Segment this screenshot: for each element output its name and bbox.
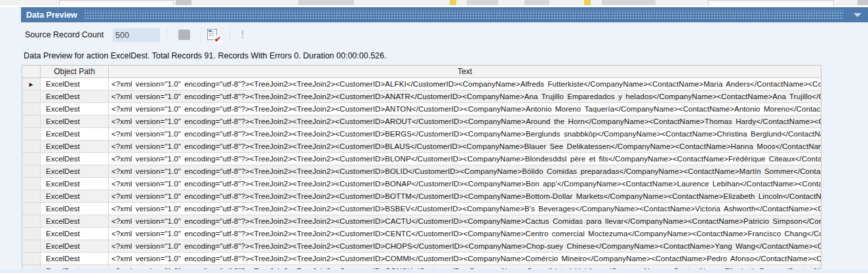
table-row[interactable]: ExcelDest<?xml version="1.0" encoding="u… <box>22 103 821 116</box>
object-path-cell[interactable]: ExcelDest <box>41 178 109 190</box>
clipped-toolbar-fragment <box>858 0 868 5</box>
object-path-cell[interactable]: ExcelDest <box>41 190 109 203</box>
clipped-toolbar-fragment <box>59 0 174 5</box>
text-cell[interactable]: <?xml version="1.0" encoding="utf-8"?><T… <box>109 91 821 103</box>
object-path-cell[interactable]: ExcelDest <box>41 116 109 128</box>
object-path-cell[interactable]: ExcelDest <box>41 103 109 116</box>
text-cell[interactable]: <?xml version="1.0" encoding="utf-8"?><T… <box>109 203 821 215</box>
object-path-cell[interactable]: ExcelDest <box>41 140 109 153</box>
row-selector-cell[interactable] <box>22 91 41 103</box>
row-selector-cell[interactable] <box>22 203 41 215</box>
preview-report-icon[interactable]: ✔ <box>207 28 221 42</box>
report-line-shape <box>208 33 214 34</box>
object-path-cell[interactable]: ExcelDest <box>41 215 109 228</box>
table-header-row: Object Path Text <box>22 66 821 78</box>
table-row[interactable]: ExcelDest<?xml version="1.0" encoding="u… <box>22 165 821 178</box>
source-record-count-label: Source Record Count <box>25 30 104 39</box>
preview-toolbar: Source Record Count ✔ ! <box>0 26 868 45</box>
text-cell[interactable]: <?xml version="1.0" encoding="utf-8"?><T… <box>109 253 821 265</box>
chevron-down-icon[interactable] <box>854 13 861 17</box>
row-selector-cell[interactable] <box>22 128 41 140</box>
table-row[interactable]: ExcelDest<?xml version="1.0" encoding="u… <box>22 253 821 265</box>
panel-bottom-strip <box>0 269 868 273</box>
table-row[interactable]: ExcelDest<?xml version="1.0" encoding="u… <box>22 240 821 253</box>
row-selector-cell[interactable] <box>22 116 41 128</box>
table-row[interactable]: ExcelDest<?xml version="1.0" encoding="u… <box>22 91 821 103</box>
object-path-cell[interactable]: ExcelDest <box>41 203 109 215</box>
row-selector-cell[interactable] <box>22 240 41 253</box>
report-line-shape <box>208 32 214 32</box>
titlebar-dots-texture <box>84 10 843 20</box>
clipped-toolbar-fragment <box>450 0 456 5</box>
object-path-cell[interactable]: ExcelDest <box>41 240 109 253</box>
clipped-toolbar-fragment <box>298 0 354 5</box>
object-path-cell[interactable]: ExcelDest <box>41 128 109 140</box>
text-cell[interactable]: <?xml version="1.0" encoding="utf-8"?><T… <box>109 165 821 178</box>
text-cell[interactable]: <?xml version="1.0" encoding="utf-8"?><T… <box>109 128 821 140</box>
preview-table-body: ►ExcelDest<?xml version="1.0" encoding="… <box>22 78 821 269</box>
table-row[interactable]: ExcelDest<?xml version="1.0" encoding="u… <box>22 215 821 228</box>
text-column-header[interactable]: Text <box>109 66 821 78</box>
object-path-cell[interactable]: ExcelDest <box>41 78 109 91</box>
row-selector-cell[interactable] <box>22 215 41 228</box>
warning-icon: ! <box>238 28 247 42</box>
text-cell[interactable]: <?xml version="1.0" encoding="utf-8"?><T… <box>109 103 821 116</box>
toolbar-separator <box>229 28 230 43</box>
panel-titlebar[interactable]: Data Preview <box>21 7 868 22</box>
row-selector-cell[interactable] <box>22 228 41 240</box>
table-row[interactable]: ExcelDest<?xml version="1.0" encoding="u… <box>22 203 821 215</box>
clipped-toolbar-fragment <box>176 0 191 5</box>
table-row[interactable]: ►ExcelDest<?xml version="1.0" encoding="… <box>22 78 821 91</box>
text-cell[interactable]: <?xml version="1.0" encoding="utf-8"?><T… <box>109 153 821 165</box>
clipped-toolbar-fragment <box>467 0 498 5</box>
object-path-cell[interactable]: ExcelDest <box>41 253 109 265</box>
red-check-icon: ✔ <box>214 35 222 43</box>
object-path-cell[interactable]: ExcelDest <box>41 228 109 240</box>
text-cell[interactable]: <?xml version="1.0" encoding="utf-8"?><T… <box>109 116 821 128</box>
text-cell[interactable]: <?xml version="1.0" encoding="utf-8"?><T… <box>109 190 821 203</box>
text-cell[interactable]: <?xml version="1.0" encoding="utf-8"?><T… <box>109 140 821 153</box>
table-row[interactable]: ExcelDest<?xml version="1.0" encoding="u… <box>22 228 821 240</box>
row-selector-cell[interactable] <box>22 178 41 190</box>
clipped-toolbar-fragment <box>708 0 834 5</box>
table-row[interactable]: ExcelDest<?xml version="1.0" encoding="u… <box>22 178 821 190</box>
object-path-column-header[interactable]: Object Path <box>41 66 109 78</box>
table-row[interactable]: ExcelDest<?xml version="1.0" encoding="u… <box>22 116 821 128</box>
text-cell[interactable]: <?xml version="1.0" encoding="utf-8"?><T… <box>109 78 821 91</box>
preview-table: Object Path Text ►ExcelDest<?xml version… <box>22 65 821 269</box>
clipped-toolbar-fragment <box>584 0 591 5</box>
source-record-count-input[interactable] <box>113 28 160 42</box>
table-row[interactable]: ExcelDest<?xml version="1.0" encoding="u… <box>22 140 821 153</box>
text-cell[interactable]: <?xml version="1.0" encoding="utf-8"?><T… <box>109 240 821 253</box>
selector-column-header[interactable] <box>22 66 41 78</box>
clipped-toolbar-fragment <box>602 0 656 5</box>
stop-icon[interactable] <box>178 30 190 40</box>
clipped-toolbar-fragment <box>524 0 549 5</box>
toolbar-separator <box>201 28 201 43</box>
row-selector-cell[interactable] <box>22 153 41 165</box>
row-selector-cell[interactable] <box>22 253 41 265</box>
text-cell[interactable]: <?xml version="1.0" encoding="utf-8"?><T… <box>109 178 821 190</box>
row-selector-cell[interactable]: ► <box>22 78 41 91</box>
table-row[interactable]: ExcelDest<?xml version="1.0" encoding="u… <box>22 190 821 203</box>
toolbar-separator <box>167 28 167 43</box>
panel-title: Data Preview <box>21 10 77 20</box>
row-selector-cell[interactable] <box>22 190 41 203</box>
object-path-cell[interactable]: ExcelDest <box>41 165 109 178</box>
current-row-arrow-icon: ► <box>28 81 35 88</box>
object-path-cell[interactable]: ExcelDest <box>41 91 109 103</box>
table-row[interactable]: ExcelDest<?xml version="1.0" encoding="u… <box>22 153 821 165</box>
text-cell[interactable]: <?xml version="1.0" encoding="utf-8"?><T… <box>109 228 821 240</box>
table-row[interactable]: ExcelDest<?xml version="1.0" encoding="u… <box>22 128 821 140</box>
row-selector-cell[interactable] <box>22 165 41 178</box>
row-selector-cell[interactable] <box>22 103 41 116</box>
object-path-cell[interactable]: ExcelDest <box>41 153 109 165</box>
text-cell[interactable]: <?xml version="1.0" encoding="utf-8"?><T… <box>109 215 821 228</box>
status-line: Data Preview for action ExcelDest. Total… <box>24 51 387 60</box>
clipped-toolbar-strip <box>0 0 868 5</box>
row-selector-cell[interactable] <box>22 140 41 153</box>
